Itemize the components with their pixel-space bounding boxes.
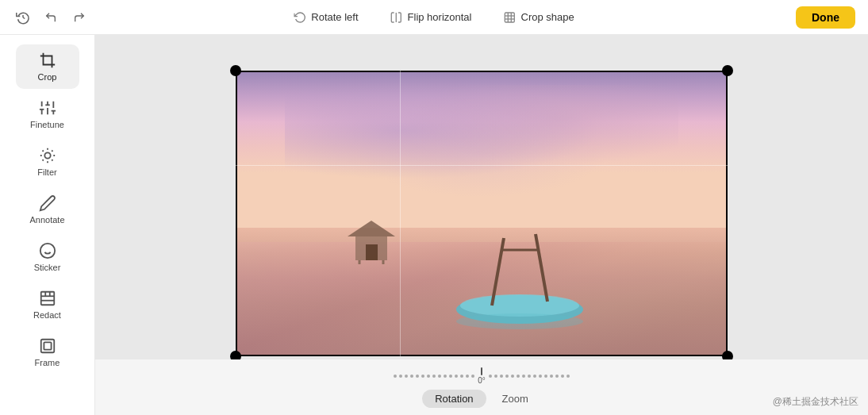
svg-point-29 xyxy=(460,294,579,317)
dot xyxy=(455,375,458,378)
dot xyxy=(522,375,525,378)
sidebar-item-annotate[interactable]: Annotate xyxy=(16,187,79,232)
flip-horizontal-icon xyxy=(390,11,403,24)
dot xyxy=(494,375,497,378)
svg-point-17 xyxy=(44,152,50,158)
svg-rect-27 xyxy=(44,342,51,349)
svg-rect-26 xyxy=(40,340,54,353)
dot xyxy=(466,375,469,378)
sidebar-item-redact-label: Redact xyxy=(33,310,61,320)
sidebar-item-finetune[interactable]: Finetune xyxy=(16,92,79,136)
done-button[interactable]: Done xyxy=(796,6,855,29)
sidebar-item-filter-label: Filter xyxy=(37,167,56,177)
dot xyxy=(500,375,503,378)
svg-rect-21 xyxy=(40,292,54,305)
svg-point-18 xyxy=(40,244,54,258)
rotation-slider-container[interactable]: 0° xyxy=(394,367,570,385)
dot xyxy=(489,375,492,378)
dot xyxy=(511,375,514,378)
dot xyxy=(544,375,547,378)
sidebar-item-crop-label: Crop xyxy=(38,72,57,82)
svg-marker-35 xyxy=(348,221,395,236)
scene-clouds xyxy=(285,85,678,199)
dot xyxy=(394,375,397,378)
dot xyxy=(539,375,542,378)
sidebar-item-redact[interactable]: Redact xyxy=(16,282,79,327)
sidebar-item-finetune-label: Finetune xyxy=(30,120,64,129)
dot xyxy=(438,375,441,378)
svg-point-33 xyxy=(456,313,583,329)
dot xyxy=(427,375,430,378)
rotation-value: 0° xyxy=(478,376,486,385)
watermark: @稀土掘金技术社区 xyxy=(773,395,858,409)
sidebar-item-sticker-label: Sticker xyxy=(34,263,61,272)
flip-horizontal-action[interactable]: Flip horizontal xyxy=(384,8,478,27)
svg-rect-36 xyxy=(366,244,378,260)
flip-horizontal-label: Flip horizontal xyxy=(408,11,472,23)
svg-line-31 xyxy=(536,234,547,302)
dot xyxy=(405,375,408,378)
sidebar: Crop Finetune Filter xyxy=(0,35,95,415)
redact-icon xyxy=(39,290,56,307)
handle-top-left[interactable] xyxy=(230,65,241,76)
finetune-icon xyxy=(39,99,56,117)
filter-icon xyxy=(39,147,56,164)
svg-line-1 xyxy=(23,17,25,19)
dot xyxy=(533,375,536,378)
dot xyxy=(449,375,452,378)
annotate-icon xyxy=(39,194,56,212)
rotate-left-action[interactable]: Rotate left xyxy=(287,8,364,27)
sidebar-item-filter[interactable]: Filter xyxy=(16,140,79,184)
redo-button[interactable] xyxy=(68,8,90,27)
frame-icon xyxy=(39,337,56,355)
sidebar-item-crop[interactable]: Crop xyxy=(16,44,79,89)
slider-dots-right xyxy=(489,375,570,378)
dot xyxy=(421,375,424,378)
undo-redo xyxy=(40,8,90,27)
dot xyxy=(471,375,474,378)
rotate-left-label: Rotate left xyxy=(311,11,358,23)
crop-shape-action[interactable]: Crop shape xyxy=(497,8,580,27)
history-icon[interactable] xyxy=(13,7,33,28)
svg-rect-3 xyxy=(505,13,514,22)
rotation-center-tick: 0° xyxy=(478,367,486,385)
sidebar-item-frame[interactable]: Frame xyxy=(16,330,79,375)
tab-zoom[interactable]: Zoom xyxy=(490,390,541,408)
top-bar-left xyxy=(13,7,90,28)
dot xyxy=(561,375,564,378)
dot xyxy=(555,375,559,378)
rotate-left-icon xyxy=(294,11,306,24)
dot xyxy=(416,375,419,378)
top-bar-center: Rotate left Flip horizontal Crop shape xyxy=(287,8,580,27)
scene-boat-svg xyxy=(432,206,607,333)
dot xyxy=(410,375,413,378)
slider-dots-left xyxy=(394,375,474,378)
dot xyxy=(444,375,447,378)
sticker-icon xyxy=(39,242,56,259)
canvas-wrapper[interactable] xyxy=(236,71,728,356)
dot xyxy=(505,375,509,378)
dot xyxy=(460,375,463,378)
image-canvas xyxy=(236,71,728,356)
dot xyxy=(432,375,436,378)
sidebar-item-sticker[interactable]: Sticker xyxy=(16,235,79,279)
dot xyxy=(528,375,531,378)
crop-shape-label: Crop shape xyxy=(520,11,574,23)
center-tick-line xyxy=(481,367,482,375)
scene-hut-svg xyxy=(344,217,399,264)
crop-shape-icon xyxy=(503,11,516,24)
rotation-tabs: Rotation Zoom xyxy=(422,390,541,408)
dot xyxy=(550,375,553,378)
dot xyxy=(567,375,570,378)
dot xyxy=(399,375,402,378)
handle-top-right[interactable] xyxy=(722,65,733,76)
dot xyxy=(517,375,520,378)
sidebar-item-frame-label: Frame xyxy=(35,358,60,367)
crop-icon xyxy=(39,52,56,69)
top-bar: Rotate left Flip horizontal Crop shape D… xyxy=(0,0,868,35)
bottom-bar: 0° Rotation Zoom xyxy=(95,359,868,415)
undo-button[interactable] xyxy=(40,8,62,27)
main-area xyxy=(95,35,868,415)
sidebar-item-annotate-label: Annotate xyxy=(29,215,64,225)
tab-rotation[interactable]: Rotation xyxy=(422,390,486,408)
